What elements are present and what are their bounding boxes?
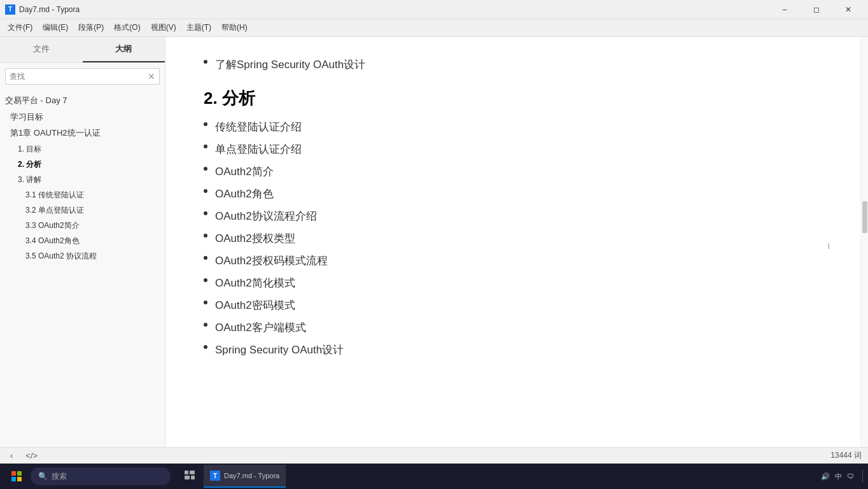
title-bar: T Day7.md - Typora – ◻ ✕	[0, 0, 868, 19]
bullet-dot-icon	[204, 145, 207, 148]
window-title: Day7.md - Typora	[19, 5, 80, 14]
tab-file[interactable]: 文件	[0, 37, 83, 62]
bullet-1: 单点登陆认证介绍	[204, 142, 830, 157]
outline-item-lecture[interactable]: 3. 讲解	[0, 172, 165, 187]
app-icon: T	[5, 4, 15, 15]
outline-item-3-3[interactable]: 3.3 OAuth2简介	[0, 218, 165, 233]
search-clear-icon[interactable]: ✕	[148, 71, 155, 82]
typora-app-icon: T	[210, 471, 220, 481]
outline-item-analysis[interactable]: 2. 分析	[0, 157, 165, 172]
maximize-button[interactable]: ◻	[802, 0, 831, 19]
menu-theme[interactable]: 主题(T)	[181, 20, 216, 36]
bullet-9: OAuth2客户端模式	[204, 320, 830, 335]
top-bullet-item: 了解Spring Security OAuth设计	[204, 57, 830, 72]
menu-file[interactable]: 文件(F)	[3, 20, 38, 36]
svg-rect-1	[17, 471, 22, 476]
outline-item-3-1[interactable]: 3.1 传统登陆认证	[0, 187, 165, 202]
status-left: ‹ </>	[6, 450, 41, 462]
bullet-text-4: OAuth2协议流程介绍	[215, 209, 317, 223]
svg-rect-5	[190, 471, 195, 474]
taskbar-right: 🔊 中 🗨	[821, 470, 863, 483]
menu-format[interactable]: 格式(O)	[109, 20, 145, 36]
bullet-text-9: OAuth2客户端模式	[215, 320, 306, 335]
outline-item-3-4[interactable]: 3.4 OAuth2角色	[0, 233, 165, 248]
sidebar-tabs: 文件 大纲	[0, 37, 165, 63]
close-button[interactable]: ✕	[834, 0, 863, 19]
bullet-dot-icon	[204, 256, 207, 260]
bullet-dot-icon	[204, 189, 207, 193]
word-count: 13444 词	[830, 450, 862, 461]
search-box[interactable]: ✕	[5, 68, 160, 85]
menu-help[interactable]: 帮助(H)	[216, 20, 253, 36]
scroll-thumb	[862, 201, 867, 233]
bullet-5: OAuth2授权类型	[204, 231, 830, 246]
window-controls[interactable]: – ◻ ✕	[770, 0, 863, 19]
bullet-text-6: OAuth2授权码模式流程	[215, 253, 328, 268]
bullet-text-2: OAuth2简介	[215, 164, 274, 179]
status-bar: ‹ </> 13444 词	[0, 447, 868, 464]
outline-item-main[interactable]: 交易平台 - Day 7	[0, 92, 165, 109]
taskbar: 🔍 搜索 T Day7.md - Typora 🔊 中 🗨	[0, 464, 868, 489]
outline-item-chapter1[interactable]: 第1章 OAUTH2统一认证	[0, 125, 165, 141]
search-input[interactable]	[10, 72, 148, 81]
bullet-dot-icon	[204, 301, 207, 304]
minimize-button[interactable]: –	[770, 0, 799, 19]
svg-rect-3	[17, 477, 22, 481]
search-icon: 🔍	[38, 472, 48, 481]
bullet-text-10: Spring Security OAuth设计	[215, 343, 344, 357]
bullet-dot-icon	[204, 234, 207, 237]
taskbar-apps: T Day7.md - Typora	[178, 465, 286, 488]
svg-rect-0	[11, 471, 16, 476]
bullet-text-1: 单点登陆认证介绍	[215, 142, 302, 157]
bullet-6: OAuth2授权码模式流程	[204, 253, 830, 268]
sidebar-content: 交易平台 - Day 7 学习目标 第1章 OAUTH2统一认证 1. 目标 2…	[0, 90, 165, 447]
outline-item-3-5[interactable]: 3.5 OAuth2 协议流程	[0, 248, 165, 264]
bullet-2: OAuth2简介	[204, 164, 830, 179]
bullet-text-7: OAuth2简化模式	[215, 276, 295, 290]
outline-item-target[interactable]: 1. 目标	[0, 141, 165, 157]
taskbar-volume-icon[interactable]: 🔊	[821, 472, 830, 481]
task-view-icon	[185, 471, 195, 481]
main-area: 文件 大纲 ✕ 交易平台 - Day 7 学习目标 第1章 OAUTH2统一认证…	[0, 37, 868, 447]
bullet-text-0: 传统登陆认证介绍	[215, 120, 302, 134]
menu-bar: 文件(F) 编辑(E) 段落(P) 格式(O) 视图(V) 主题(T) 帮助(H…	[0, 19, 868, 37]
svg-rect-6	[185, 476, 190, 479]
tab-outline[interactable]: 大纲	[83, 37, 165, 62]
bullet-dot-icon	[204, 323, 207, 327]
outline-item-learning-goal[interactable]: 学习目标	[0, 109, 165, 125]
section-heading: 2. 分析	[204, 87, 830, 110]
taskbar-notification-icon[interactable]: 🗨	[847, 472, 854, 480]
taskbar-show-desktop-icon[interactable]	[859, 470, 863, 483]
bullet-text-8: OAuth2密码模式	[215, 298, 295, 313]
code-button[interactable]: </>	[22, 450, 41, 462]
bullet-text-3: OAuth2角色	[215, 187, 274, 201]
bullet-dot-icon	[204, 211, 207, 215]
bullet-10: Spring Security OAuth设计	[204, 343, 830, 357]
svg-rect-4	[185, 471, 188, 474]
menu-edit[interactable]: 编辑(E)	[38, 20, 73, 36]
taskbar-typora-app[interactable]: T Day7.md - Typora	[204, 465, 286, 488]
start-button[interactable]	[5, 465, 28, 488]
bullet-4: OAuth2协议流程介绍	[204, 209, 830, 223]
content-area: 了解Spring Security OAuth设计 2. 分析 传统登陆认证介绍…	[165, 37, 868, 447]
bullet-0: 传统登陆认证介绍	[204, 120, 830, 134]
back-button[interactable]: ‹	[6, 450, 17, 462]
bullet-8: OAuth2密码模式	[204, 298, 830, 313]
taskbar-view-button[interactable]	[178, 465, 201, 488]
content-scrollbar[interactable]	[860, 37, 868, 447]
menu-view[interactable]: 视图(V)	[146, 20, 181, 36]
bullet-dot-icon	[204, 278, 207, 282]
taskbar-search-box[interactable]: 🔍 搜索	[31, 467, 171, 485]
title-bar-left: T Day7.md - Typora	[5, 4, 80, 15]
outline-item-3-2[interactable]: 3.2 单点登陆认证	[0, 202, 165, 218]
svg-rect-2	[11, 477, 16, 481]
svg-rect-7	[191, 476, 195, 479]
bullet-dot-icon	[204, 60, 207, 64]
bullet-dot-icon	[204, 167, 207, 171]
windows-icon	[11, 471, 22, 481]
taskbar-lang[interactable]: 中	[835, 472, 842, 481]
bullet-dot-icon	[204, 345, 207, 349]
menu-paragraph[interactable]: 段落(P)	[73, 20, 109, 36]
taskbar-search-placeholder: 搜索	[52, 471, 67, 482]
bullet-3: OAuth2角色	[204, 187, 830, 201]
